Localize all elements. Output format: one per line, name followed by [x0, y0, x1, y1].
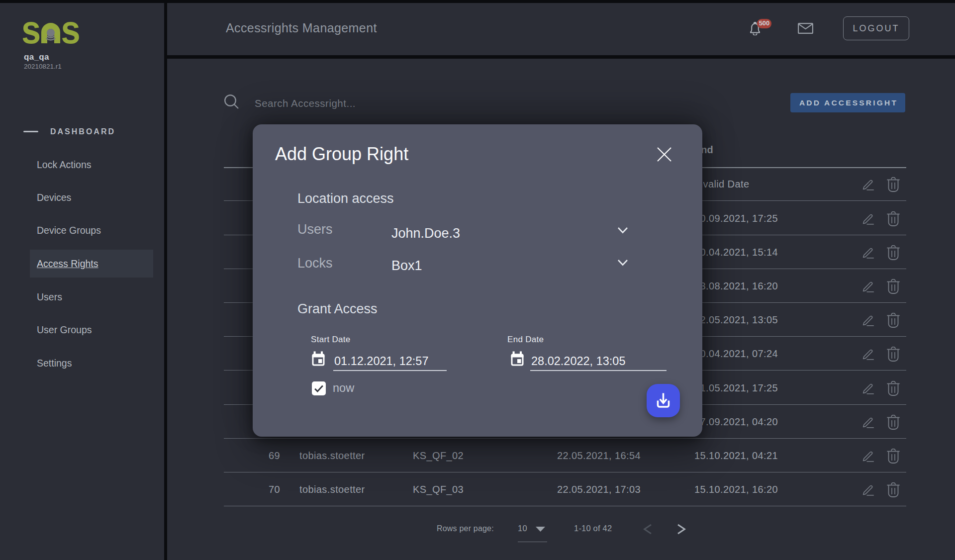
- svg-text:s: s: [61, 22, 80, 45]
- svg-text:s: s: [23, 22, 41, 45]
